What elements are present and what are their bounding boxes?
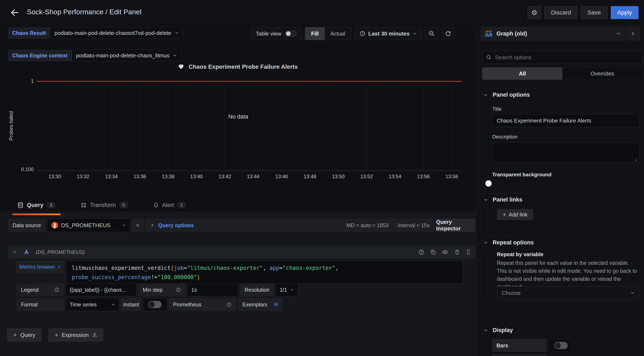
variable-value-dropdown[interactable]: podtato-main-pod-delete-chaos_litmus	[72, 50, 182, 61]
variable-label: Chaos Result	[8, 27, 50, 39]
section-heading-text: Display	[493, 327, 513, 334]
promql-query-editor[interactable]: litmuschaos_experiment_verdict{job="litm…	[66, 261, 463, 284]
query-options-bar[interactable]: Query options MD = auto = 1853 Interval …	[145, 218, 434, 232]
tab-query[interactable]: Query1	[12, 198, 60, 212]
discard-button[interactable]: Discard	[544, 6, 578, 19]
drag-handle-icon[interactable]	[466, 249, 470, 255]
query-ref-id: A	[24, 249, 28, 256]
chevron-down-icon	[13, 250, 17, 254]
editor-tabs: Query1Transform0Alert1	[12, 198, 191, 212]
repeat-by-variable-label: Repeat by variable	[497, 251, 544, 257]
code-token: =	[279, 265, 283, 271]
info-icon	[176, 287, 181, 292]
add-query-button[interactable]: + Query	[7, 328, 42, 342]
exemplars-toggle-icon	[274, 302, 278, 308]
x-axis-tick-label: 13:32	[77, 174, 90, 179]
toggle-visibility-icon[interactable]	[442, 249, 448, 255]
section-heading-text: Panel options	[493, 92, 530, 98]
time-range-label: Last 30 minutes	[368, 30, 410, 37]
visualization-name: Graph (old)	[496, 30, 612, 37]
x-axis-tick-label: 13:56	[417, 174, 430, 179]
chevron-down-icon	[290, 288, 294, 292]
legend-format-input[interactable]: {{app_label}} - {{chaos…	[66, 283, 136, 296]
plus-icon: +	[502, 211, 506, 218]
data-source-help-button[interactable]	[132, 218, 144, 232]
format-select[interactable]: Time series	[66, 298, 119, 311]
fill-option[interactable]: Fill	[305, 27, 324, 40]
display-section-header[interactable]: Display	[484, 327, 513, 334]
interval-value: Interval = 15s	[398, 222, 430, 228]
format-value: Time series	[70, 302, 96, 308]
add-expression-button[interactable]: + Expression ⚠	[48, 328, 103, 342]
table-view-toggle[interactable]	[285, 30, 297, 37]
tab-alert[interactable]: Alert1	[148, 198, 191, 212]
help-circle-icon	[136, 222, 139, 228]
query-row-header[interactable]: A (DS_PROMETHEUS)	[8, 246, 475, 258]
duplicate-query-icon[interactable]	[430, 249, 436, 255]
zoom-out-button[interactable]	[425, 27, 438, 40]
code-token: =	[184, 265, 187, 271]
filter-tab-all[interactable]: All	[482, 67, 562, 80]
repeat-variable-select[interactable]: Choose	[497, 286, 639, 300]
save-button[interactable]: Save	[581, 6, 608, 19]
variable-chaos-result: Chaos Result podtato-main-pod-delete-cha…	[8, 27, 183, 39]
help-icon[interactable]	[418, 249, 424, 255]
divider	[481, 236, 642, 236]
textarea-resize-handle[interactable]	[634, 158, 638, 162]
x-axis-tick-label: 13:38	[162, 174, 174, 179]
options-search-box	[482, 51, 642, 64]
max-data-points: MD = auto = 1853	[346, 222, 388, 228]
panel-description-textarea[interactable]	[492, 143, 639, 163]
query-footer-actions: + Query + Expression ⚠	[7, 328, 103, 342]
chevron-down-icon	[484, 197, 488, 202]
options-search-input[interactable]	[495, 54, 638, 61]
format-label-box: Format	[16, 298, 64, 311]
filter-tab-overrides[interactable]: Overrides	[562, 67, 642, 80]
variable-value-text: podtato-main-pod-delete-chaosnl7vd-pod-d…	[54, 30, 171, 36]
resolution-select[interactable]: 1/1	[276, 283, 298, 296]
legend-label-box: Legend	[16, 283, 64, 296]
bars-toggle[interactable]	[554, 342, 568, 349]
gridline	[253, 81, 254, 171]
actual-option[interactable]: Actual	[325, 27, 351, 40]
query-inspector-button[interactable]: Query inspector	[436, 218, 475, 232]
tab-transform[interactable]: Transform0	[75, 198, 133, 212]
min-step-input[interactable]: 1s	[187, 283, 238, 296]
variable-value-text: podtato-main-pod-delete-chaos_litmus	[76, 52, 170, 59]
data-source-name: DS_PROMETHEUS	[61, 222, 119, 229]
panel-title-input[interactable]	[492, 114, 639, 127]
chevron-down-icon	[413, 31, 417, 36]
add-expression-label: Expression	[62, 332, 89, 338]
x-axis-tick-label: 13:58	[445, 174, 458, 179]
divider	[481, 193, 642, 193]
panel-options-section-header[interactable]: Panel options	[484, 92, 530, 98]
alert-threshold-line	[37, 81, 462, 82]
x-axis-tick-label: 13:44	[247, 174, 260, 179]
apply-button[interactable]: Apply	[611, 6, 638, 19]
delete-query-icon[interactable]	[454, 249, 460, 255]
fill-actual-segmented: Fill Actual	[305, 27, 351, 40]
tab-count-badge: 1	[177, 202, 186, 208]
code-token: ,	[263, 265, 270, 271]
chevron-right-icon	[57, 265, 61, 269]
back-arrow-icon[interactable]	[9, 7, 20, 18]
variable-value-dropdown[interactable]: podtato-main-pod-delete-chaosnl7vd-pod-d…	[50, 27, 183, 39]
collapse-options-pane-button[interactable]	[626, 27, 640, 40]
add-link-button[interactable]: + Add link	[497, 209, 533, 220]
y-axis-tick-min: 0.100	[10, 167, 34, 172]
time-range-picker[interactable]: Last 30 minutes	[354, 27, 422, 40]
gridline	[395, 81, 395, 171]
panel-links-section-header[interactable]: Panel links	[484, 196, 522, 203]
data-source-select[interactable]: DS_PROMETHEUS	[47, 218, 130, 232]
x-axis-tick-label: 13:46	[275, 174, 288, 179]
visualization-picker[interactable]: Graph (old)	[481, 27, 625, 40]
query-options-label: Query options	[158, 222, 194, 228]
graph-plot-area[interactable]	[37, 81, 462, 171]
refresh-button[interactable]	[442, 27, 454, 40]
x-axis-tick-label: 13:50	[332, 174, 344, 179]
repeat-options-section-header[interactable]: Repeat options	[484, 239, 534, 246]
instant-toggle[interactable]	[148, 301, 162, 308]
metrics-browser-button[interactable]: Metrics browser	[16, 261, 64, 273]
transform-icon	[80, 202, 87, 208]
panel-settings-button[interactable]: ⚙	[528, 6, 541, 19]
